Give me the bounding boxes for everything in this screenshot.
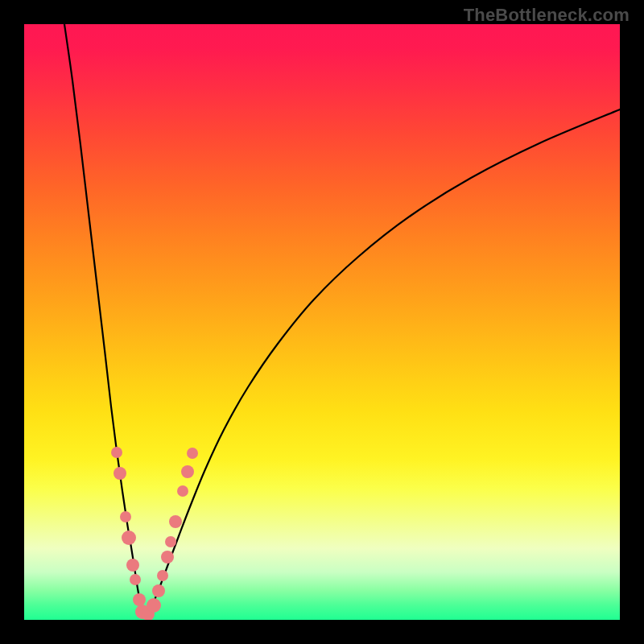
data-marker xyxy=(157,570,168,581)
data-marker xyxy=(122,530,136,545)
right-curve xyxy=(144,109,620,616)
data-marker xyxy=(165,536,176,547)
data-marker xyxy=(181,465,194,478)
data-marker xyxy=(152,584,165,597)
data-marker xyxy=(126,559,139,572)
curve-layer xyxy=(24,24,620,620)
data-marker xyxy=(130,574,141,585)
watermark-text: TheBottleneck.com xyxy=(464,5,630,26)
data-marker xyxy=(111,447,122,458)
data-marker xyxy=(147,598,161,613)
data-marker xyxy=(177,485,188,497)
data-marker xyxy=(161,551,174,564)
data-marker xyxy=(114,467,126,480)
plot-area xyxy=(24,24,620,620)
data-marker xyxy=(133,593,146,606)
data-marker xyxy=(120,511,131,522)
left-curve xyxy=(64,24,144,616)
chart-frame: TheBottleneck.com xyxy=(0,0,644,644)
data-marker xyxy=(187,448,198,459)
marker-group xyxy=(111,447,198,620)
data-marker xyxy=(169,515,182,528)
